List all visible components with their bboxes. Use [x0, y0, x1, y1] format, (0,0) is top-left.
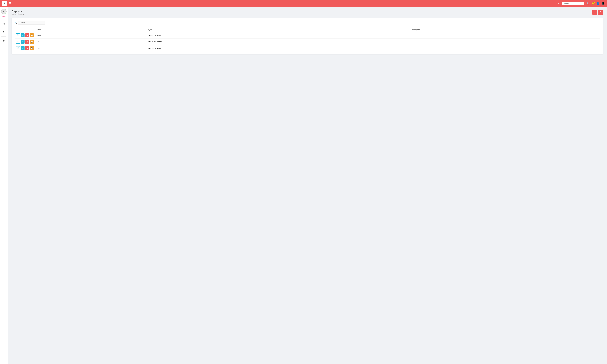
- search-input[interactable]: [18, 21, 45, 25]
- chat-icon: 💬: [31, 47, 33, 49]
- sidebar-item-settings[interactable]: ⚙ ▾: [1, 30, 7, 35]
- table-row: 📄 ✏ 🗑 💬 G114 Structural Report: [14, 32, 600, 39]
- navbar-search-input[interactable]: [562, 2, 584, 5]
- table-row: 📄 ✏ 🗑 💬 1505 Structural Report: [14, 45, 600, 52]
- logout-button[interactable]: Logout: [2, 15, 6, 17]
- action-buttons-1: 📄 ✏ 🗑 💬: [16, 40, 34, 44]
- row-description-2: [409, 45, 600, 52]
- table-row: 📄 ✏ 🗑 💬 1018 Structural Report: [14, 39, 600, 45]
- sidebar-item-dashboard[interactable]: ◷: [1, 21, 7, 26]
- search-bar: 🔍 ↻: [14, 21, 600, 25]
- page-header: Reports Listing of Reports + ?: [12, 10, 603, 15]
- navbar-icon-group: 🔍 🔔 0 👤 📱: [586, 1, 605, 5]
- search-icon-button[interactable]: 🔍: [586, 1, 590, 5]
- gear-icon[interactable]: ⚙: [557, 1, 561, 5]
- view-button-2[interactable]: 📄: [16, 46, 20, 50]
- trash-icon: 🗑: [26, 41, 28, 43]
- row-code-1: 1018: [35, 39, 147, 45]
- app-logo: E: [2, 1, 7, 6]
- edit-icon: ✏: [22, 41, 23, 43]
- online-indicator: [5, 13, 6, 13]
- action-buttons-0: 📄 ✏ 🗑 💬: [16, 33, 34, 37]
- view-button-0[interactable]: 📄: [16, 33, 20, 37]
- navbar: E ☰ ⚙ 🔍 🔔 0 👤 📱: [0, 0, 607, 7]
- add-report-button[interactable]: +: [593, 10, 597, 15]
- row-code-2: 1505: [35, 45, 147, 52]
- settings-icon: ⚙: [2, 31, 5, 34]
- chat-icon: 💬: [31, 41, 33, 43]
- action-buttons-2: 📄 ✏ 🗑 💬: [16, 46, 34, 50]
- hamburger-button[interactable]: ☰: [8, 1, 12, 6]
- row-actions-0: 📄 ✏ 🗑 💬: [14, 32, 35, 39]
- tablet-icon-button[interactable]: 📱: [601, 1, 605, 5]
- sidebar-item-info[interactable]: ℹ ▾: [1, 38, 7, 43]
- delete-button-2[interactable]: 🗑: [25, 46, 29, 50]
- sidebar-divider-2: [1, 28, 6, 28]
- row-actions-1: 📄 ✏ 🗑 💬: [14, 39, 35, 45]
- header-actions: + ?: [593, 10, 603, 15]
- sidebar-divider-1: [1, 20, 6, 20]
- edit-icon: ✏: [22, 34, 23, 36]
- chat-icon: 💬: [31, 34, 33, 36]
- info-icon: ℹ: [3, 39, 4, 42]
- page-title: Reports: [12, 10, 24, 13]
- dashboard-icon: ◷: [3, 23, 5, 25]
- share-button-0[interactable]: 💬: [30, 33, 34, 37]
- edit-button-2[interactable]: ✏: [21, 46, 25, 50]
- edit-button-0[interactable]: ✏: [21, 33, 25, 37]
- reports-card: 🔍 ↻ Code Type Description 📄: [12, 18, 603, 54]
- info-chevron: ▾: [4, 40, 5, 41]
- col-header-code: Code: [35, 27, 147, 32]
- notification-bell-button[interactable]: 🔔 0: [591, 1, 595, 5]
- notification-badge: 0: [593, 1, 595, 3]
- search-icon: 🔍: [14, 22, 17, 24]
- avatar[interactable]: R: [1, 9, 7, 14]
- trash-icon: 🗑: [26, 34, 28, 36]
- trash-icon: 🗑: [26, 47, 28, 49]
- help-button[interactable]: ?: [598, 10, 603, 15]
- avatar-letter: R: [3, 10, 5, 13]
- table-header: Code Type Description: [14, 27, 600, 32]
- row-code-0: G114: [35, 32, 147, 39]
- sidebar-divider-3: [1, 36, 6, 37]
- row-actions-2: 📄 ✏ 🗑 💬: [14, 45, 35, 52]
- share-button-1[interactable]: 💬: [30, 40, 34, 44]
- table-body: 📄 ✏ 🗑 💬 G114 Structural Report 📄: [14, 32, 600, 51]
- col-header-description: Description: [409, 27, 600, 32]
- refresh-button[interactable]: ↻: [598, 21, 600, 24]
- settings-chevron: ▾: [5, 32, 5, 33]
- row-description-1: [409, 39, 600, 45]
- reports-table: Code Type Description 📄 ✏ 🗑: [14, 27, 600, 51]
- share-button-2[interactable]: 💬: [30, 46, 34, 50]
- page-title-block: Reports Listing of Reports: [12, 10, 24, 15]
- edit-icon: ✏: [22, 47, 23, 49]
- row-type-1: Structural Report: [147, 39, 409, 45]
- delete-button-0[interactable]: 🗑: [25, 33, 29, 37]
- user-profile-button[interactable]: 👤: [596, 1, 600, 5]
- view-button-1[interactable]: 📄: [16, 40, 20, 44]
- sidebar: R Logout ◷ ⚙ ▾ ℹ ▾: [0, 7, 8, 364]
- main-layout: R Logout ◷ ⚙ ▾ ℹ ▾ Reports Listing of Re…: [0, 7, 607, 364]
- page-subtitle: Listing of Reports: [12, 13, 24, 15]
- delete-button-1[interactable]: 🗑: [25, 40, 29, 44]
- row-type-2: Structural Report: [147, 45, 409, 52]
- edit-button-1[interactable]: ✏: [21, 40, 25, 44]
- document-icon: 📄: [17, 34, 19, 36]
- document-icon: 📄: [17, 41, 19, 43]
- col-header-actions: [14, 27, 35, 32]
- document-icon: 📄: [17, 47, 19, 49]
- row-description-0: [409, 32, 600, 39]
- main-content: Reports Listing of Reports + ? 🔍 ↻ Code: [8, 7, 607, 364]
- col-header-type: Type: [147, 27, 409, 32]
- row-type-0: Structural Report: [147, 32, 409, 39]
